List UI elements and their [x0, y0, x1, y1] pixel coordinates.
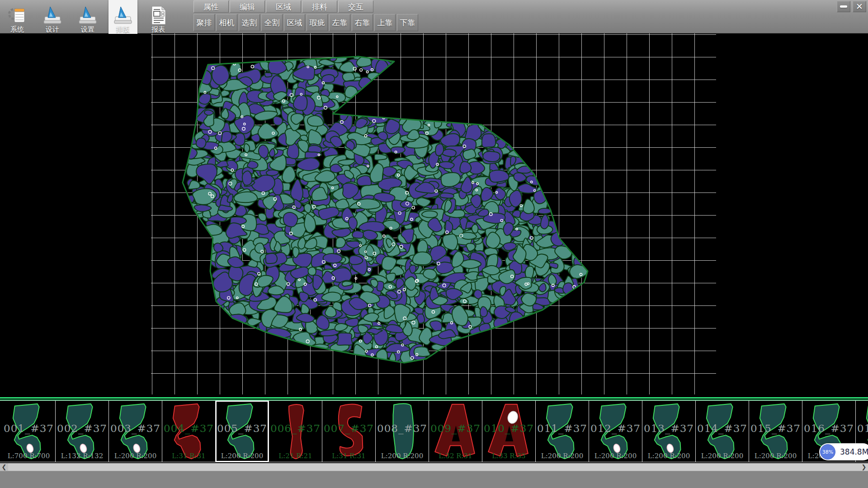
app-button-system[interactable]: 系统 [3, 0, 32, 34]
memory-status-badge: 38% 384.8M [819, 443, 868, 460]
piece-id: 017_#37 [856, 422, 868, 434]
piece-id: 003_#37 [109, 422, 162, 434]
piece-lr-count: L:132 R:132 [56, 452, 108, 460]
thumbnail-015[interactable]: 015_#37 L:200 R:200 [749, 401, 802, 462]
menu-nesting[interactable]: 排料 [302, 0, 337, 13]
scroll-right-arrow-icon[interactable]: ❯ [860, 463, 868, 471]
tool-select-cut[interactable]: 选割 [239, 14, 260, 31]
thumbnail-010[interactable]: 010_#37 L:33 R:33 [482, 401, 536, 462]
minimize-icon [840, 5, 847, 8]
thumbnail-003[interactable]: 003_#37 L:200 R:200 [109, 401, 162, 462]
app-label-design: 设计 [46, 26, 59, 33]
tool-snap-right[interactable]: 右靠 [352, 14, 373, 31]
piece-lr-count: L:200 R:200 [536, 452, 589, 460]
thumbnail-005-selected[interactable]: 005_#37 L:200 R:200 [216, 401, 269, 462]
thumbnail-004[interactable]: 004_#37 L:31 R:31 [162, 401, 216, 462]
piece-lr-count: L:700 R:700 [2, 452, 55, 460]
system-gear-icon [7, 5, 27, 26]
app-label-nesting: 排版 [116, 26, 130, 33]
minimize-button[interactable] [837, 1, 850, 12]
thumbnail-009[interactable]: 009_#37 L:32 R:31 [429, 401, 482, 462]
piece-id: 014_#37 [696, 422, 749, 434]
app-button-nesting-active[interactable]: 排版 [108, 0, 137, 34]
memory-usage-label: 384.8M [840, 443, 868, 460]
nest-canvas[interactable] [151, 33, 716, 394]
piece-lr-count: L:200 R:200 [589, 452, 642, 460]
menu-edit[interactable]: 编辑 [230, 0, 265, 13]
tool-camera[interactable]: 相机 [216, 14, 237, 31]
workspace: 001_#37 L:700 R:700 002_#37 L:132 R:132 … [0, 33, 868, 463]
menu-region[interactable]: 区域 [266, 0, 301, 13]
piece-id: 013_#37 [642, 422, 695, 434]
piece-id: 009_#37 [429, 422, 482, 434]
piece-lr-count: L:200 R:200 [109, 452, 162, 460]
tool-cluster-nest[interactable]: 聚排 [193, 14, 215, 31]
piece-lr-count: L:200 R:200 [696, 452, 749, 460]
piece-id: 015_#37 [749, 422, 802, 434]
piece-lr-count: L:21 R:21 [269, 452, 322, 460]
piece-id: 006_#37 [269, 422, 322, 434]
thumbnail-013[interactable]: 013_#37 L:200 R:200 [642, 401, 696, 462]
app-button-design[interactable]: 设计 [38, 0, 67, 34]
thumbnail-012[interactable]: 012_#37 L:200 R:200 [589, 401, 642, 462]
scroll-left-arrow-icon[interactable]: ❮ [0, 463, 8, 471]
report-document-icon [148, 5, 168, 26]
thumbnail-006[interactable]: 006_#37 L:21 R:21 [269, 401, 322, 462]
piece-lr-count: L:31 R:31 [162, 452, 215, 460]
app-label-settings: 设置 [81, 26, 94, 33]
app-label-system: 系统 [10, 26, 24, 33]
piece-id: 004_#37 [162, 422, 215, 434]
piece-id: 007_#37 [322, 422, 375, 434]
menu-properties[interactable]: 属性 [193, 0, 229, 13]
menu-bar: 属性 编辑 区域 排料 交互 [193, 0, 373, 13]
thumbnail-cells: 001_#37 L:700 R:700 002_#37 L:132 R:132 … [0, 400, 868, 462]
piece-id: 005_#37 [216, 422, 269, 434]
tool-region[interactable]: 区域 [284, 14, 305, 31]
tool-defect[interactable]: 瑕疵 [307, 14, 328, 31]
thumbnail-002[interactable]: 002_#37 L:132 R:132 [56, 401, 109, 462]
piece-id: 016_#37 [802, 422, 855, 434]
settings-ruler-icon [78, 5, 98, 26]
app-label-report: 报表 [151, 26, 165, 33]
nesting-ruler-icon [113, 5, 133, 26]
piece-lr-count: L:33 R:33 [482, 452, 535, 460]
close-button[interactable]: ✕ [853, 1, 866, 12]
piece-lr-count: L:200 R:200 [642, 452, 695, 460]
app-switcher: 系统 设计 设置 [3, 0, 179, 33]
design-ruler-icon [42, 5, 62, 26]
app-button-report[interactable]: 报表 [144, 0, 173, 34]
thumbnail-001[interactable]: 001_#37 L:700 R:700 [2, 401, 56, 462]
thumbnail-007[interactable]: 007_#37 L:31 R:31 [322, 401, 376, 462]
piece-id: 010_#37 [482, 422, 535, 434]
app-button-settings[interactable]: 设置 [73, 0, 102, 34]
tool-snap-bottom[interactable]: 下靠 [397, 14, 418, 31]
piece-lr-count: L:200 R:200 [376, 452, 429, 460]
nested-hide-drawing [151, 33, 716, 394]
piece-id: 008_#37 [376, 422, 429, 434]
menu-interactive[interactable]: 交互 [338, 0, 373, 13]
horizontal-scrollbar[interactable]: ❮ ❯ [0, 463, 868, 471]
status-bar [0, 471, 868, 488]
thumbnail-008[interactable]: 008_#37 L:200 R:200 [376, 401, 429, 462]
piece-thumbnail-strip: 001_#37 L:700 R:700 002_#37 L:132 R:132 … [0, 397, 868, 463]
thumbnail-011[interactable]: 011_#37 L:200 R:200 [536, 401, 589, 462]
tool-cut-all[interactable]: 全割 [261, 14, 283, 31]
progress-percent-badge: 38% [820, 444, 835, 460]
piece-id: 012_#37 [589, 422, 642, 434]
piece-id: 001_#37 [2, 422, 55, 434]
close-icon: ✕ [856, 2, 863, 11]
thumbnail-014[interactable]: 014_#37 L:200 R:200 [696, 401, 749, 462]
piece-lr-count: L:31 R:31 [322, 452, 375, 460]
piece-id: 002_#37 [56, 422, 108, 434]
tool-snap-left[interactable]: 左靠 [329, 14, 350, 31]
piece-lr-count: L:32 R:31 [429, 452, 482, 460]
ribbon-toolbar: 系统 设计 设置 [0, 0, 868, 33]
tool-snap-top[interactable]: 上靠 [374, 14, 396, 31]
window-controls: ✕ [837, 1, 866, 12]
piece-lr-count: L:200 R:200 [749, 452, 802, 460]
tool-bar: 聚排 相机 选割 全割 区域 瑕疵 左靠 右靠 上靠 下靠 [193, 14, 418, 31]
piece-id: 011_#37 [536, 422, 589, 434]
piece-lr-count: L:200 R:200 [216, 452, 269, 460]
